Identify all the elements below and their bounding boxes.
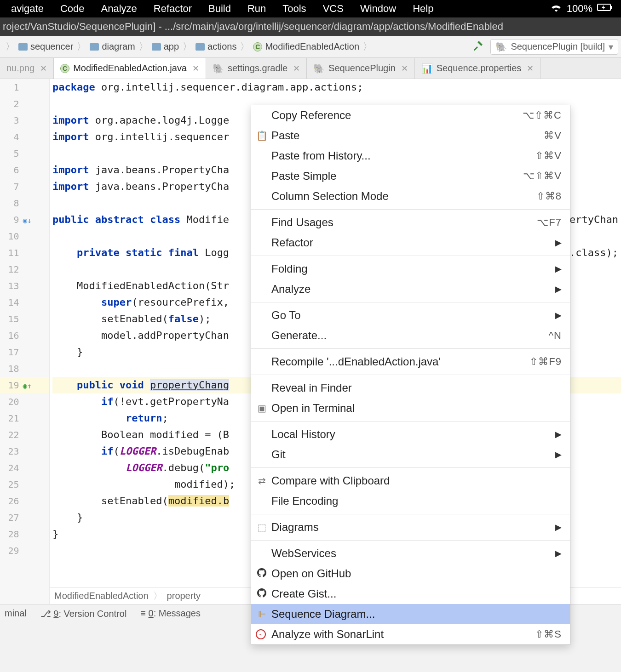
editor-gutter[interactable]: 123456789◉↓10111213141516171819◉↑2021222… bbox=[0, 79, 50, 604]
chevron-icon: 〉 bbox=[237, 40, 252, 53]
build-icon[interactable] bbox=[466, 40, 490, 54]
tab-nu-png[interactable]: nu.png✕ bbox=[0, 58, 54, 79]
compare-icon: ⇄ bbox=[256, 475, 268, 486]
context-menu-item[interactable]: Find Usages⌥F7 bbox=[251, 212, 570, 233]
context-menu-item[interactable]: 📋Paste⌘V bbox=[251, 125, 570, 146]
chevron-icon: 〉 bbox=[360, 40, 375, 53]
breadcrumb-sequencer[interactable]: sequencer bbox=[17, 41, 74, 52]
close-icon[interactable]: ✕ bbox=[399, 63, 408, 74]
submenu-arrow-icon: ▶ bbox=[555, 522, 562, 532]
menu-build[interactable]: Build bbox=[200, 3, 239, 15]
run-config-selector[interactable]: 🐘 SequencePlugin [build] ▾ bbox=[490, 39, 618, 55]
editor-context-menu: Copy Reference⌥⇧⌘C📋Paste⌘VPaste from His… bbox=[251, 105, 570, 645]
menu-item-label: Diagrams bbox=[271, 521, 555, 534]
window-titlebar: roject/VanStudio/SequencePlugin] - .../s… bbox=[0, 17, 621, 36]
menu-vcs[interactable]: VCS bbox=[315, 3, 352, 15]
toolwindow-terminal[interactable]: minal bbox=[5, 608, 27, 619]
context-menu-item[interactable]: File Encoding bbox=[251, 491, 570, 511]
context-menu-item[interactable]: Recompile '...dEnabledAction.java'⇧⌘F9 bbox=[251, 352, 570, 372]
context-menu-item[interactable]: Generate...^N bbox=[251, 325, 570, 346]
breadcrumb-class[interactable]: CModifiedEnabledAction bbox=[252, 41, 360, 52]
menu-item-label: Reveal in Finder bbox=[271, 382, 562, 394]
menu-window[interactable]: Window bbox=[352, 3, 404, 15]
menu-item-label: Column Selection Mode bbox=[271, 190, 536, 203]
menu-analyze[interactable]: Analyze bbox=[93, 3, 145, 15]
macos-menubar: avigate Code Analyze Refactor Build Run … bbox=[0, 0, 621, 17]
gradle-icon: 🐘 bbox=[213, 63, 224, 74]
dropdown-icon: ▾ bbox=[609, 41, 613, 52]
tab-settings-gradle[interactable]: 🐘 settings.gradle✕ bbox=[206, 58, 307, 79]
context-menu-item[interactable]: Folding▶ bbox=[251, 259, 570, 279]
breadcrumb-app[interactable]: app bbox=[151, 41, 180, 52]
shortcut-label: ⇧⌘V bbox=[535, 150, 562, 162]
submenu-arrow-icon: ▶ bbox=[555, 284, 562, 294]
menu-run[interactable]: Run bbox=[239, 3, 274, 15]
menu-item-label: Compare with Clipboard bbox=[271, 474, 562, 487]
menu-item-label: Generate... bbox=[271, 329, 549, 342]
clipboard-icon: 📋 bbox=[256, 130, 268, 141]
context-menu-item[interactable]: Local History▶ bbox=[251, 424, 570, 444]
chevron-icon: 〉 bbox=[74, 40, 89, 53]
menu-item-label: Find Usages bbox=[271, 216, 537, 229]
tab-sequence-properties[interactable]: 📊 Sequence.properties✕ bbox=[415, 58, 541, 79]
toolwindow-vcs[interactable]: ⎇ 9: Version Control bbox=[40, 608, 127, 619]
properties-icon: 📊 bbox=[421, 63, 433, 74]
nav-toolbar: 〉 sequencer 〉 diagram 〉 app 〉 actions 〉 … bbox=[0, 36, 621, 58]
context-menu-item[interactable]: WebServices▶ bbox=[251, 543, 570, 564]
menu-tools[interactable]: Tools bbox=[274, 3, 314, 15]
menu-item-label: Folding bbox=[271, 262, 555, 275]
close-icon[interactable]: ✕ bbox=[38, 63, 47, 74]
breadcrumb-actions[interactable]: actions bbox=[195, 41, 237, 52]
menu-navigate[interactable]: avigate bbox=[3, 3, 52, 15]
folder-icon bbox=[152, 43, 161, 51]
submenu-arrow-icon: ▶ bbox=[555, 310, 562, 320]
menu-item-label: Paste bbox=[271, 129, 544, 142]
context-menu-item[interactable]: ~Analyze with SonarLint⇧⌘S bbox=[251, 624, 570, 644]
context-menu-item[interactable]: Git▶ bbox=[251, 444, 570, 465]
close-icon[interactable]: ✕ bbox=[525, 63, 534, 74]
folder-icon bbox=[18, 43, 28, 51]
context-menu-item[interactable]: Go To▶ bbox=[251, 305, 570, 325]
menu-refactor[interactable]: Refactor bbox=[145, 3, 200, 15]
menu-code[interactable]: Code bbox=[52, 3, 93, 15]
context-menu-item[interactable]: Create Gist... bbox=[251, 584, 570, 604]
menu-item-label: Open in Terminal bbox=[271, 402, 562, 415]
menu-item-label: Create Gist... bbox=[271, 587, 562, 600]
shortcut-label: ⌘V bbox=[544, 130, 562, 142]
breadcrumb-diagram[interactable]: diagram bbox=[89, 41, 136, 52]
context-menu-item[interactable]: Open on GitHub bbox=[251, 564, 570, 584]
tab-modifiedenabledaction[interactable]: C ModifiedEnabledAction.java✕ bbox=[54, 58, 206, 79]
context-menu-item[interactable]: Copy Reference⌥⇧⌘C bbox=[251, 105, 570, 125]
menu-item-label: File Encoding bbox=[271, 495, 562, 507]
shortcut-label: ^N bbox=[549, 330, 562, 342]
context-menu-item[interactable]: ⊩Sequence Diagram... bbox=[251, 604, 570, 624]
close-icon[interactable]: ✕ bbox=[190, 63, 199, 74]
tab-sequenceplugin[interactable]: 🐘 SequencePlugin✕ bbox=[307, 58, 415, 79]
close-icon[interactable]: ✕ bbox=[291, 63, 300, 74]
chevron-icon: 〉 bbox=[180, 40, 195, 53]
chevron-icon: 〉 bbox=[136, 40, 151, 53]
submenu-arrow-icon: ▶ bbox=[555, 429, 562, 439]
context-menu-item[interactable]: Column Selection Mode⇧⌘8 bbox=[251, 186, 570, 206]
context-menu-item[interactable]: ⇄Compare with Clipboard bbox=[251, 471, 570, 491]
diagrams-icon: ⬚ bbox=[256, 522, 268, 533]
context-menu-item[interactable]: Analyze▶ bbox=[251, 279, 570, 299]
gradle-icon: 🐘 bbox=[495, 41, 507, 52]
wifi-icon bbox=[550, 3, 562, 15]
shortcut-label: ⇧⌘F9 bbox=[529, 356, 562, 368]
chevron-icon: 〉 bbox=[3, 40, 17, 53]
toolwindow-messages[interactable]: ≡ 0: Messages bbox=[140, 608, 201, 619]
context-menu-item[interactable]: ▣Open in Terminal bbox=[251, 398, 570, 418]
menu-item-label: Refactor bbox=[271, 236, 555, 249]
context-menu-item[interactable]: ⬚Diagrams▶ bbox=[251, 517, 570, 537]
context-menu-item[interactable]: Refactor▶ bbox=[251, 233, 570, 253]
context-menu-item[interactable]: Reveal in Finder bbox=[251, 378, 570, 398]
context-menu-item[interactable]: Paste from History...⇧⌘V bbox=[251, 146, 570, 166]
menu-item-label: WebServices bbox=[271, 547, 555, 560]
menu-help[interactable]: Help bbox=[404, 3, 442, 15]
status-tray: 100% bbox=[550, 3, 618, 15]
battery-percent: 100% bbox=[567, 3, 592, 15]
context-menu-item[interactable]: Paste Simple⌥⇧⌘V bbox=[251, 166, 570, 186]
shortcut-label: ⌥⇧⌘C bbox=[523, 109, 562, 121]
github-icon bbox=[256, 568, 268, 580]
